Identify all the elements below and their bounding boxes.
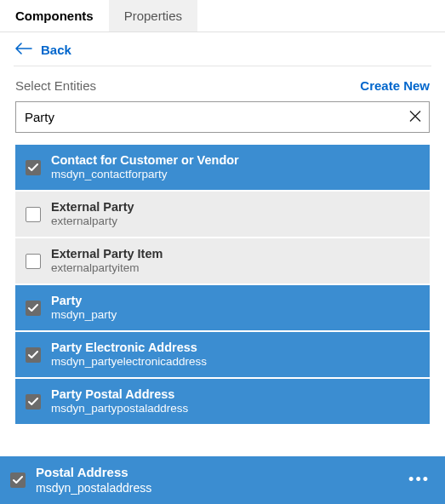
entity-schema-name: msdyn_partyelectronicaddress (51, 355, 207, 369)
checkbox-checked[interactable] (26, 347, 41, 363)
back-button[interactable]: Back (0, 32, 445, 66)
clear-search-button[interactable] (406, 106, 425, 128)
footer-entity-title: Postal Address (36, 465, 393, 481)
entity-list: Contact for Customer or Vendormsdyn_cont… (15, 145, 430, 424)
checkbox-checked[interactable] (10, 472, 26, 488)
entity-row[interactable]: Party Postal Addressmsdyn_partypostaladd… (15, 379, 430, 424)
footer-selected-entity[interactable]: Postal Address msdyn_postaladdress ••• (0, 456, 445, 504)
checkbox-checked[interactable] (26, 160, 41, 175)
entity-schema-name: msdyn_partypostaladdress (51, 402, 188, 416)
divider (14, 66, 431, 66)
select-entities-label: Select Entities (15, 78, 96, 93)
entity-row[interactable]: External Party Itemexternalpartyitem (15, 238, 430, 284)
entity-row[interactable]: Partymsdyn_party (15, 285, 430, 330)
checkbox-checked[interactable] (26, 301, 41, 316)
close-icon (409, 111, 421, 124)
entity-title: Party (51, 293, 117, 308)
entity-title: Contact for Customer or Vendor (51, 152, 239, 168)
entity-title: External Party (51, 199, 134, 215)
arrow-left-icon (15, 43, 32, 57)
entity-schema-name: externalparty (51, 215, 134, 229)
search-input[interactable] (15, 101, 430, 133)
entity-schema-name: msdyn_party (51, 308, 117, 323)
entity-title: Party Electronic Address (51, 340, 207, 355)
more-options-button[interactable]: ••• (403, 467, 435, 492)
entity-schema-name: msdyn_contactforparty (51, 168, 239, 182)
entity-row[interactable]: Party Electronic Addressmsdyn_partyelect… (15, 332, 430, 377)
checkbox-checked[interactable] (26, 394, 41, 410)
entity-title: External Party Item (51, 246, 163, 261)
back-label: Back (41, 43, 71, 57)
entity-title: Party Postal Address (51, 387, 188, 402)
tab-properties[interactable]: Properties (109, 0, 197, 32)
entity-row[interactable]: External Partyexternalparty (15, 192, 430, 237)
ellipsis-icon: ••• (408, 471, 430, 488)
checkbox-unchecked[interactable] (26, 207, 41, 222)
checkbox-unchecked[interactable] (26, 254, 41, 269)
tab-components[interactable]: Components (0, 0, 109, 32)
footer-entity-name: msdyn_postaladdress (36, 481, 393, 496)
create-new-link[interactable]: Create New (360, 78, 430, 93)
entity-schema-name: externalpartyitem (51, 261, 163, 276)
entity-row[interactable]: Contact for Customer or Vendormsdyn_cont… (15, 145, 430, 190)
